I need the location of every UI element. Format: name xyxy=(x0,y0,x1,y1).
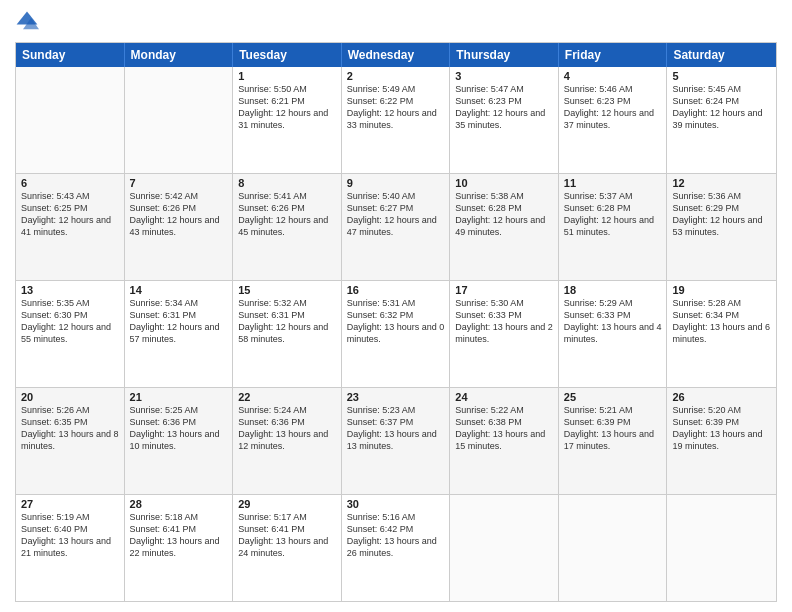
calendar: SundayMondayTuesdayWednesdayThursdayFrid… xyxy=(15,42,777,602)
day-cell-17: 17Sunrise: 5:30 AM Sunset: 6:33 PM Dayli… xyxy=(450,281,559,387)
day-info: Sunrise: 5:16 AM Sunset: 6:42 PM Dayligh… xyxy=(347,511,445,560)
day-info: Sunrise: 5:35 AM Sunset: 6:30 PM Dayligh… xyxy=(21,297,119,346)
day-cell-14: 14Sunrise: 5:34 AM Sunset: 6:31 PM Dayli… xyxy=(125,281,234,387)
day-cell-3: 3Sunrise: 5:47 AM Sunset: 6:23 PM Daylig… xyxy=(450,67,559,173)
day-number: 16 xyxy=(347,284,445,296)
logo xyxy=(15,10,43,34)
day-info: Sunrise: 5:45 AM Sunset: 6:24 PM Dayligh… xyxy=(672,83,771,132)
day-cell-22: 22Sunrise: 5:24 AM Sunset: 6:36 PM Dayli… xyxy=(233,388,342,494)
day-info: Sunrise: 5:43 AM Sunset: 6:25 PM Dayligh… xyxy=(21,190,119,239)
day-info: Sunrise: 5:41 AM Sunset: 6:26 PM Dayligh… xyxy=(238,190,336,239)
day-number: 2 xyxy=(347,70,445,82)
day-cell-28: 28Sunrise: 5:18 AM Sunset: 6:41 PM Dayli… xyxy=(125,495,234,601)
day-cell-20: 20Sunrise: 5:26 AM Sunset: 6:35 PM Dayli… xyxy=(16,388,125,494)
day-number: 26 xyxy=(672,391,771,403)
day-number: 14 xyxy=(130,284,228,296)
day-cell-1: 1Sunrise: 5:50 AM Sunset: 6:21 PM Daylig… xyxy=(233,67,342,173)
day-info: Sunrise: 5:28 AM Sunset: 6:34 PM Dayligh… xyxy=(672,297,771,346)
day-cell-30: 30Sunrise: 5:16 AM Sunset: 6:42 PM Dayli… xyxy=(342,495,451,601)
day-cell-27: 27Sunrise: 5:19 AM Sunset: 6:40 PM Dayli… xyxy=(16,495,125,601)
day-info: Sunrise: 5:49 AM Sunset: 6:22 PM Dayligh… xyxy=(347,83,445,132)
header xyxy=(15,10,777,34)
empty-cell-4-4 xyxy=(450,495,559,601)
day-info: Sunrise: 5:38 AM Sunset: 6:28 PM Dayligh… xyxy=(455,190,553,239)
calendar-header-row: SundayMondayTuesdayWednesdayThursdayFrid… xyxy=(16,43,776,67)
day-info: Sunrise: 5:46 AM Sunset: 6:23 PM Dayligh… xyxy=(564,83,662,132)
day-cell-25: 25Sunrise: 5:21 AM Sunset: 6:39 PM Dayli… xyxy=(559,388,668,494)
day-info: Sunrise: 5:25 AM Sunset: 6:36 PM Dayligh… xyxy=(130,404,228,453)
page: SundayMondayTuesdayWednesdayThursdayFrid… xyxy=(0,0,792,612)
day-info: Sunrise: 5:40 AM Sunset: 6:27 PM Dayligh… xyxy=(347,190,445,239)
header-day-saturday: Saturday xyxy=(667,43,776,67)
header-day-wednesday: Wednesday xyxy=(342,43,451,67)
header-day-monday: Monday xyxy=(125,43,234,67)
day-info: Sunrise: 5:37 AM Sunset: 6:28 PM Dayligh… xyxy=(564,190,662,239)
day-number: 12 xyxy=(672,177,771,189)
calendar-row-3: 20Sunrise: 5:26 AM Sunset: 6:35 PM Dayli… xyxy=(16,387,776,494)
day-number: 9 xyxy=(347,177,445,189)
day-cell-23: 23Sunrise: 5:23 AM Sunset: 6:37 PM Dayli… xyxy=(342,388,451,494)
day-number: 8 xyxy=(238,177,336,189)
header-day-tuesday: Tuesday xyxy=(233,43,342,67)
day-number: 3 xyxy=(455,70,553,82)
day-cell-11: 11Sunrise: 5:37 AM Sunset: 6:28 PM Dayli… xyxy=(559,174,668,280)
day-info: Sunrise: 5:31 AM Sunset: 6:32 PM Dayligh… xyxy=(347,297,445,346)
day-cell-29: 29Sunrise: 5:17 AM Sunset: 6:41 PM Dayli… xyxy=(233,495,342,601)
day-number: 27 xyxy=(21,498,119,510)
day-number: 24 xyxy=(455,391,553,403)
day-number: 25 xyxy=(564,391,662,403)
day-number: 4 xyxy=(564,70,662,82)
day-cell-26: 26Sunrise: 5:20 AM Sunset: 6:39 PM Dayli… xyxy=(667,388,776,494)
day-number: 1 xyxy=(238,70,336,82)
day-number: 7 xyxy=(130,177,228,189)
day-info: Sunrise: 5:47 AM Sunset: 6:23 PM Dayligh… xyxy=(455,83,553,132)
day-number: 21 xyxy=(130,391,228,403)
day-cell-19: 19Sunrise: 5:28 AM Sunset: 6:34 PM Dayli… xyxy=(667,281,776,387)
day-cell-8: 8Sunrise: 5:41 AM Sunset: 6:26 PM Daylig… xyxy=(233,174,342,280)
calendar-row-1: 6Sunrise: 5:43 AM Sunset: 6:25 PM Daylig… xyxy=(16,173,776,280)
empty-cell-4-5 xyxy=(559,495,668,601)
calendar-row-4: 27Sunrise: 5:19 AM Sunset: 6:40 PM Dayli… xyxy=(16,494,776,601)
day-number: 17 xyxy=(455,284,553,296)
day-cell-7: 7Sunrise: 5:42 AM Sunset: 6:26 PM Daylig… xyxy=(125,174,234,280)
day-info: Sunrise: 5:36 AM Sunset: 6:29 PM Dayligh… xyxy=(672,190,771,239)
day-info: Sunrise: 5:19 AM Sunset: 6:40 PM Dayligh… xyxy=(21,511,119,560)
day-number: 19 xyxy=(672,284,771,296)
empty-cell-0-1 xyxy=(125,67,234,173)
empty-cell-0-0 xyxy=(16,67,125,173)
day-cell-4: 4Sunrise: 5:46 AM Sunset: 6:23 PM Daylig… xyxy=(559,67,668,173)
day-number: 30 xyxy=(347,498,445,510)
day-cell-9: 9Sunrise: 5:40 AM Sunset: 6:27 PM Daylig… xyxy=(342,174,451,280)
day-number: 18 xyxy=(564,284,662,296)
day-info: Sunrise: 5:20 AM Sunset: 6:39 PM Dayligh… xyxy=(672,404,771,453)
day-number: 15 xyxy=(238,284,336,296)
day-info: Sunrise: 5:34 AM Sunset: 6:31 PM Dayligh… xyxy=(130,297,228,346)
day-number: 23 xyxy=(347,391,445,403)
day-number: 28 xyxy=(130,498,228,510)
day-number: 13 xyxy=(21,284,119,296)
day-number: 5 xyxy=(672,70,771,82)
header-day-friday: Friday xyxy=(559,43,668,67)
day-cell-6: 6Sunrise: 5:43 AM Sunset: 6:25 PM Daylig… xyxy=(16,174,125,280)
day-number: 10 xyxy=(455,177,553,189)
day-info: Sunrise: 5:29 AM Sunset: 6:33 PM Dayligh… xyxy=(564,297,662,346)
day-cell-21: 21Sunrise: 5:25 AM Sunset: 6:36 PM Dayli… xyxy=(125,388,234,494)
day-number: 22 xyxy=(238,391,336,403)
day-cell-5: 5Sunrise: 5:45 AM Sunset: 6:24 PM Daylig… xyxy=(667,67,776,173)
day-info: Sunrise: 5:22 AM Sunset: 6:38 PM Dayligh… xyxy=(455,404,553,453)
day-info: Sunrise: 5:50 AM Sunset: 6:21 PM Dayligh… xyxy=(238,83,336,132)
day-cell-15: 15Sunrise: 5:32 AM Sunset: 6:31 PM Dayli… xyxy=(233,281,342,387)
svg-marker-0 xyxy=(17,12,38,25)
day-number: 11 xyxy=(564,177,662,189)
calendar-body: 1Sunrise: 5:50 AM Sunset: 6:21 PM Daylig… xyxy=(16,67,776,601)
day-cell-18: 18Sunrise: 5:29 AM Sunset: 6:33 PM Dayli… xyxy=(559,281,668,387)
day-info: Sunrise: 5:26 AM Sunset: 6:35 PM Dayligh… xyxy=(21,404,119,453)
day-info: Sunrise: 5:18 AM Sunset: 6:41 PM Dayligh… xyxy=(130,511,228,560)
header-day-thursday: Thursday xyxy=(450,43,559,67)
day-cell-13: 13Sunrise: 5:35 AM Sunset: 6:30 PM Dayli… xyxy=(16,281,125,387)
day-cell-12: 12Sunrise: 5:36 AM Sunset: 6:29 PM Dayli… xyxy=(667,174,776,280)
day-number: 6 xyxy=(21,177,119,189)
empty-cell-4-6 xyxy=(667,495,776,601)
day-cell-10: 10Sunrise: 5:38 AM Sunset: 6:28 PM Dayli… xyxy=(450,174,559,280)
day-cell-16: 16Sunrise: 5:31 AM Sunset: 6:32 PM Dayli… xyxy=(342,281,451,387)
